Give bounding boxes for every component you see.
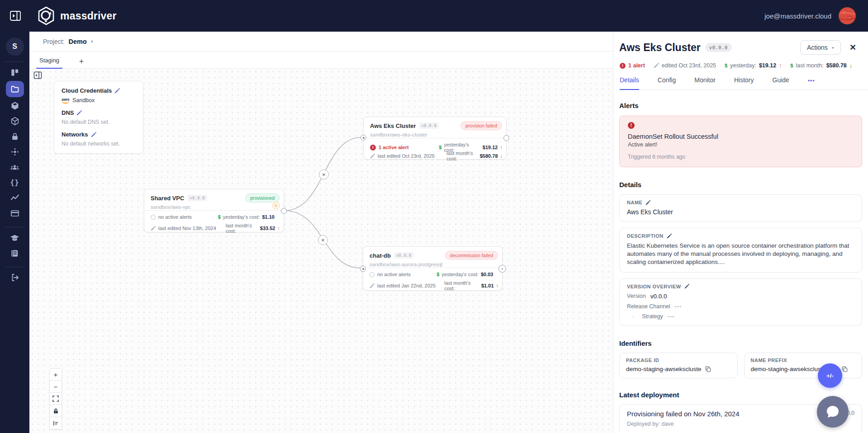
fit-view-button[interactable] [49, 393, 62, 405]
node-alert-text: no active alerts [158, 214, 192, 220]
user-avatar[interactable] [838, 7, 856, 25]
alert-card[interactable]: ! DaemonSet Rollout Successful Active al… [619, 116, 862, 167]
alert-title: DaemonSet Rollout Successful [628, 133, 854, 140]
projects-folder-icon[interactable] [6, 81, 24, 97]
close-panel-button[interactable]: ✕ [849, 42, 856, 52]
name-card: NAME Aws Eks Cluster [619, 194, 862, 222]
deployment-title: Provisioning failed on Nov 26th, 2024 [627, 410, 740, 418]
output-handle[interactable] [503, 135, 509, 141]
alerts-heading: Alerts [619, 102, 862, 109]
node-version-badge: v0.0.0 [394, 252, 414, 259]
dashboard-icon[interactable] [6, 65, 24, 80]
edit-pencil-icon[interactable] [667, 234, 672, 239]
tab-more[interactable]: ••• [808, 76, 815, 89]
actions-button[interactable]: Actions ▾ [800, 40, 841, 55]
diff-button[interactable]: +/- [818, 363, 842, 388]
tab-monitor[interactable]: Monitor [694, 76, 716, 89]
brand[interactable]: massdriver [36, 6, 117, 26]
cost-label: last month's cost: [446, 151, 477, 161]
packages-icon[interactable] [6, 98, 24, 113]
billing-card-icon[interactable] [6, 206, 24, 221]
chevron-down-icon[interactable]: ▾ [91, 39, 93, 44]
dollar-icon: $ [218, 214, 221, 220]
tab-history[interactable]: History [734, 76, 754, 89]
edit-pencil-icon[interactable] [645, 200, 650, 205]
lock-button[interactable] [49, 405, 62, 417]
remove-edge-button[interactable]: ✕ [319, 169, 329, 179]
output-handle[interactable] [281, 208, 287, 214]
copy-icon[interactable] [705, 366, 711, 372]
tab-details[interactable]: Details [620, 76, 639, 90]
tab-guide[interactable]: Guide [773, 76, 789, 89]
node-divider [363, 268, 502, 268]
dns-label: DNS [62, 109, 74, 116]
trend-up-icon: ↑ [496, 283, 499, 288]
logout-icon[interactable] [6, 270, 24, 285]
add-environment-button[interactable]: + [79, 57, 84, 68]
copy-icon[interactable] [842, 366, 848, 372]
tab-staging[interactable]: Staging [36, 57, 62, 69]
chat-launcher-button[interactable] [817, 396, 849, 428]
massdriver-logo-icon [36, 6, 56, 26]
learn-graduation-icon[interactable] [6, 230, 24, 245]
dollar-icon: $ [436, 272, 439, 277]
top-header: massdriver joe@massdriver.cloud [0, 0, 868, 32]
cost-value: $580.78 [480, 153, 498, 159]
output-handle[interactable]: › [498, 265, 506, 273]
trend-up-icon: ↑ [500, 145, 503, 150]
org-avatar[interactable]: S [6, 38, 24, 56]
sidebar-toggle-icon[interactable] [9, 10, 21, 22]
edit-pencil-icon[interactable] [91, 132, 96, 137]
panel-tabs: Details Config Monitor History Guide ••• [620, 76, 868, 90]
strategy-label: Strategy [642, 313, 663, 320]
name-value: Aws Eks Cluster [627, 208, 854, 216]
project-select[interactable]: Demo [68, 38, 86, 45]
node-title: chat-db [370, 252, 391, 259]
trend-down-icon: ↓ [500, 153, 503, 159]
input-handle[interactable] [360, 266, 366, 272]
secrets-lock-icon[interactable] [6, 129, 24, 144]
aws-logo-icon: aws [62, 98, 70, 104]
node-alert-text: 1 active alert [379, 145, 409, 150]
release-channel-value: --- [675, 303, 682, 310]
node-chat-db[interactable]: chat-db v0.0.0 decommission failed sandb… [363, 246, 503, 291]
input-handle[interactable] [360, 135, 366, 141]
infrastructure-canvas[interactable]: ✕ ✕ Cloud Credentials aws Sandbox DNS [29, 69, 613, 433]
node-title: Shared VPC [151, 195, 184, 202]
edit-pencil-icon[interactable] [114, 88, 120, 94]
tab-config[interactable]: Config [658, 76, 676, 89]
remove-edge-button[interactable]: ✕ [318, 235, 328, 245]
cost-label: yesterday's cost: [441, 272, 479, 277]
zoom-in-button[interactable]: + [49, 368, 62, 381]
package-id-card: PACKAGE ID demo-staging-awsekscluste [619, 353, 738, 378]
project-label: Project: [43, 38, 64, 45]
node-aws-eks-cluster[interactable]: Aws Eks Cluster v0.0.0 provision failed … [363, 117, 507, 160]
cost-label: yesterday's cost: [223, 214, 260, 220]
edit-pencil-icon [654, 63, 659, 68]
zoom-out-button[interactable]: − [49, 381, 62, 393]
meta-edited: edited Oct 23rd, 2025 [662, 62, 716, 69]
auto-layout-button[interactable] [49, 417, 62, 429]
networks-value: No default networks set. [62, 141, 136, 147]
sync-status-icon[interactable]: ↻ [272, 202, 280, 209]
node-edited-text: last edited Nov 13th, 2024 [158, 226, 216, 231]
dns-value: No default DNS set. [62, 119, 136, 125]
node-edited-text: last edited Jan 22nd, 2025 [377, 283, 436, 288]
meta-yesterday-label: yesterday: [730, 62, 756, 69]
alert-icon: ! [620, 63, 626, 69]
edit-pencil-icon[interactable] [684, 284, 689, 289]
users-icon[interactable] [6, 160, 24, 175]
docs-book-icon[interactable] [6, 245, 24, 261]
api-braces-icon[interactable]: {} [6, 175, 24, 190]
node-status-badge: decommission failed [445, 251, 498, 260]
cost-value: $33.52 [260, 226, 275, 231]
node-shared-vpc[interactable]: Shared VPC v0.0.0 provisioned sandbox/aw… [144, 189, 284, 232]
package-id-value: demo-staging-awsekscluste [626, 366, 702, 372]
metrics-chart-icon[interactable] [6, 190, 24, 206]
alert-icon: ! [370, 145, 376, 151]
artifacts-cube-icon[interactable] [6, 113, 24, 129]
deploys-move-icon[interactable] [6, 144, 24, 160]
no-alert-icon [370, 272, 375, 277]
edit-pencil-icon[interactable] [76, 110, 82, 116]
sidebar-divider [5, 61, 24, 62]
